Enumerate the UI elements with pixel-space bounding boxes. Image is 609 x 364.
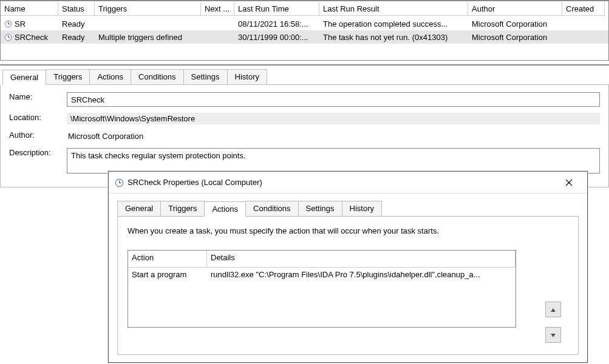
- task-author: Microsoft Corporation: [468, 32, 562, 43]
- move-down-button[interactable]: [545, 327, 561, 343]
- task-details-pane: General Triggers Actions Conditions Sett…: [0, 64, 609, 187]
- close-icon: [565, 179, 573, 186]
- actions-panel: When you create a task, you must specify…: [117, 217, 579, 355]
- actions-help-text: When you create a task, you must specify…: [128, 226, 568, 235]
- task-author: Microsoft Corporation: [468, 18, 562, 30]
- task-last-run-time: 30/11/1999 00:00:...: [234, 32, 319, 43]
- svg-marker-12: [551, 334, 556, 337]
- description-field[interactable]: This task checks regular system protecti…: [67, 148, 600, 174]
- action-type: Start a program: [128, 268, 207, 327]
- tab-history[interactable]: History: [342, 201, 382, 216]
- author-value: Microsoft Corporation: [67, 130, 600, 142]
- col-status[interactable]: Status: [58, 2, 95, 16]
- task-icon: [4, 33, 12, 41]
- task-triggers: Multiple triggers defined: [95, 32, 201, 43]
- col-last-run-time[interactable]: Last Run Time: [234, 2, 319, 16]
- reorder-buttons: [545, 302, 561, 343]
- task-properties-dialog: SRCheck Properties (Local Computer) Gene…: [108, 171, 588, 363]
- task-created: [562, 22, 605, 25]
- tab-triggers[interactable]: Triggers: [160, 201, 205, 216]
- action-row[interactable]: Start a program rundll32.exe "C:\Program…: [128, 268, 515, 327]
- task-icon: [4, 20, 12, 28]
- tab-general[interactable]: General: [2, 70, 46, 85]
- task-status: Ready: [58, 32, 95, 43]
- col-action[interactable]: Action: [128, 251, 207, 268]
- svg-marker-11: [551, 308, 556, 312]
- dialog-tabs: General Triggers Actions Conditions Sett…: [117, 198, 579, 217]
- tab-triggers[interactable]: Triggers: [46, 69, 90, 84]
- task-status: Ready: [58, 18, 95, 30]
- actions-list-header: Action Details: [128, 251, 515, 268]
- dialog-titlebar[interactable]: SRCheck Properties (Local Computer): [109, 172, 587, 194]
- location-value: \Microsoft\Windows\SystemRestore: [67, 113, 600, 124]
- task-last-run-time: 08/11/2021 16:58:...: [234, 18, 319, 30]
- col-name[interactable]: Name: [1, 2, 58, 16]
- author-label: Author:: [9, 130, 67, 140]
- task-triggers: [95, 22, 201, 25]
- tab-actions[interactable]: Actions: [204, 201, 246, 217]
- description-label: Description:: [9, 148, 67, 157]
- col-author[interactable]: Author: [468, 2, 562, 16]
- col-created[interactable]: Created: [562, 2, 605, 16]
- tab-settings[interactable]: Settings: [183, 69, 228, 84]
- close-button[interactable]: [557, 174, 581, 192]
- col-next[interactable]: Next ...: [201, 2, 234, 16]
- task-last-run-result: The task has not yet run. (0x41303): [319, 32, 468, 43]
- task-next: [201, 22, 234, 25]
- task-next: [201, 36, 234, 38]
- task-last-run-result: The operation completed success...: [319, 18, 468, 30]
- tab-general[interactable]: General: [117, 201, 161, 216]
- name-label: Name:: [9, 92, 67, 101]
- action-details: rundll32.exe "C:\Program Files\IDA Pro 7…: [207, 268, 515, 327]
- tab-history[interactable]: History: [227, 69, 267, 84]
- col-triggers[interactable]: Triggers: [95, 2, 201, 16]
- task-list: Name Status Triggers Next ... Last Run T…: [0, 0, 609, 61]
- detail-tabs: General Triggers Actions Conditions Sett…: [2, 66, 609, 85]
- task-name: SR: [15, 19, 26, 29]
- dialog-title: SRCheck Properties (Local Computer): [128, 178, 557, 187]
- task-icon: [115, 178, 123, 186]
- location-label: Location:: [9, 113, 67, 122]
- move-up-button[interactable]: [545, 302, 561, 317]
- col-last-run-result[interactable]: Last Run Result: [319, 2, 468, 16]
- task-name: SRCheck: [15, 33, 48, 42]
- task-row[interactable]: SR Ready 08/11/2021 16:58:... The operat…: [1, 17, 608, 30]
- task-row[interactable]: SRCheck Ready Multiple triggers defined …: [1, 30, 608, 44]
- task-created: [562, 36, 605, 38]
- arrow-down-icon: [550, 331, 556, 340]
- tab-conditions[interactable]: Conditions: [131, 69, 183, 84]
- col-details[interactable]: Details: [207, 251, 515, 268]
- tab-conditions[interactable]: Conditions: [245, 201, 298, 216]
- tab-settings[interactable]: Settings: [298, 201, 342, 216]
- arrow-up-icon: [550, 305, 556, 314]
- task-list-header: Name Status Triggers Next ... Last Run T…: [1, 1, 608, 17]
- actions-list[interactable]: Action Details Start a program rundll32.…: [128, 250, 516, 328]
- tab-actions[interactable]: Actions: [89, 69, 131, 84]
- name-field[interactable]: [67, 92, 600, 107]
